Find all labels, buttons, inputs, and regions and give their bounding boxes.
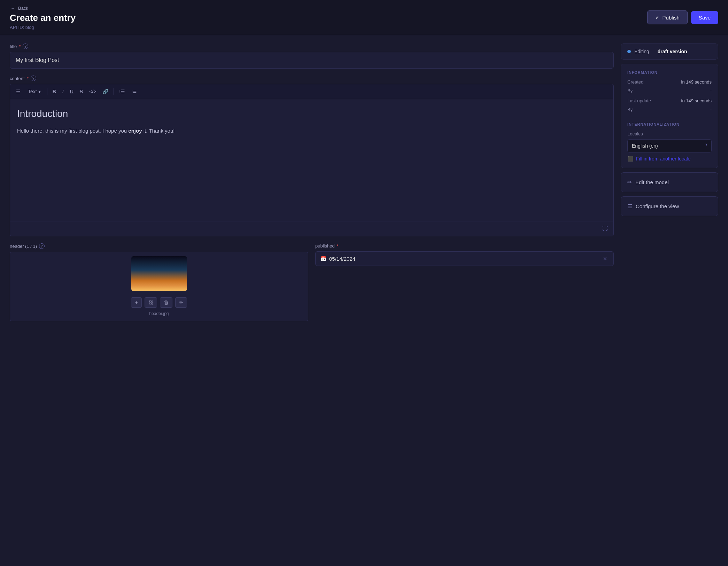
underline-button[interactable]: U	[68, 87, 76, 96]
last-update-row: Last update in 149 seconds	[627, 98, 712, 103]
save-button[interactable]: Save	[691, 11, 718, 24]
image-placeholder	[131, 256, 187, 291]
last-update-label: Last update	[627, 98, 651, 103]
title-label: title * ?	[10, 44, 614, 49]
published-required: *	[337, 243, 339, 249]
edit-model-icon: ✏	[627, 179, 632, 186]
fullscreen-button[interactable]: ⛶	[600, 224, 610, 233]
draft-prefix: Editing	[634, 49, 649, 54]
image-actions: + ⛓ 🗑 ✏	[10, 295, 308, 310]
page-title: Create an entry	[10, 13, 76, 23]
edit-model-button[interactable]: ✏ Edit the model	[621, 172, 718, 192]
created-label: Created	[627, 79, 643, 85]
image-link-button[interactable]: ⛓	[145, 297, 157, 308]
info-section-title: INFORMATION	[627, 70, 712, 74]
italic-button[interactable]: I	[60, 87, 66, 96]
title-required: *	[19, 44, 21, 49]
publish-check-icon: ✓	[655, 14, 660, 21]
form-area: title * ? content * ? ☰ Text ▾	[10, 44, 614, 321]
header-field-group: header (1 / 1) ? + ⛓ 🗑 ✏ hea	[10, 243, 308, 321]
header-help-icon[interactable]: ?	[39, 243, 45, 249]
api-id: API ID: blog	[10, 25, 76, 30]
bottom-fields: header (1 / 1) ? + ⛓ 🗑 ✏ hea	[10, 243, 614, 321]
editor-para-start: Hello there, this is my first blog post.…	[17, 128, 127, 134]
link-button[interactable]: 🔗	[100, 87, 111, 96]
numbered-list-button[interactable]: ⁞≣	[129, 87, 139, 96]
publish-button[interactable]: ✓ Publish	[647, 10, 688, 24]
draft-badge: Editing draft version	[621, 44, 718, 60]
back-label: Back	[18, 6, 28, 11]
content-label: content * ?	[10, 76, 614, 81]
created-row: Created in 149 seconds	[627, 79, 712, 85]
draft-dot	[627, 50, 631, 53]
fill-locale-label: Fill in from another locale	[636, 156, 690, 162]
created-by-label: By	[627, 88, 633, 93]
header-label-text: header (1 / 1)	[10, 244, 37, 249]
back-link[interactable]: ← Back	[10, 5, 76, 11]
strikethrough-button[interactable]: S	[77, 87, 85, 96]
align-button[interactable]: ☰	[14, 87, 23, 96]
created-by-value: -	[710, 88, 712, 93]
rich-editor: ☰ Text ▾ B I U S </> 🔗 ⁞☰ ⁞≣	[10, 84, 614, 236]
editor-heading: Introduction	[17, 106, 606, 122]
locales-label: Locales	[627, 131, 712, 136]
published-label-text: published	[315, 243, 335, 249]
toolbar-sep-1	[47, 88, 47, 95]
image-preview	[10, 252, 308, 295]
last-update-by-value: -	[710, 107, 712, 112]
top-bar-right: ✓ Publish Save	[647, 10, 718, 24]
published-date-input[interactable]	[329, 256, 599, 262]
info-panel: INFORMATION Created in 149 seconds By - …	[621, 64, 718, 168]
editor-bold-word: enjoy	[128, 128, 142, 134]
back-arrow-icon: ←	[10, 5, 16, 11]
text-type-arrow-icon: ▾	[38, 89, 41, 94]
toolbar-sep-2	[114, 88, 114, 95]
title-field-group: title * ?	[10, 44, 614, 69]
created-value: in 149 seconds	[681, 79, 712, 85]
text-type-label: Text	[28, 89, 37, 94]
title-help-icon[interactable]: ?	[23, 44, 28, 49]
draft-version-text: draft version	[658, 49, 687, 54]
editor-content[interactable]: Introduction Hello there, this is my fir…	[10, 99, 613, 221]
published-label: published *	[315, 243, 614, 249]
date-input-wrapper: 📅 ✕	[315, 251, 614, 266]
image-delete-button[interactable]: 🗑	[160, 297, 172, 308]
locale-select[interactable]: English (en) French (fr) Spanish (es)	[627, 139, 712, 152]
editor-footer: ⛶	[10, 221, 613, 236]
content-label-text: content	[10, 76, 25, 81]
sidebar: Editing draft version INFORMATION Create…	[621, 44, 718, 216]
calendar-icon: 📅	[320, 256, 326, 261]
header-label: header (1 / 1) ?	[10, 243, 308, 249]
image-add-button[interactable]: +	[131, 297, 141, 308]
created-by-row: By -	[627, 88, 712, 93]
top-bar-left: ← Back Create an entry API ID: blog	[10, 5, 76, 30]
bold-button[interactable]: B	[50, 87, 59, 96]
date-clear-button[interactable]: ✕	[602, 255, 609, 262]
editor-para-end: it. Thank you!	[144, 128, 175, 134]
published-field-group: published * 📅 ✕	[315, 243, 614, 321]
image-upload-area: + ⛓ 🗑 ✏ header.jpg	[10, 252, 308, 321]
title-label-text: title	[10, 44, 17, 49]
configure-view-button[interactable]: ☰ Configure the view	[621, 196, 718, 216]
locale-select-wrapper: English (en) French (fr) Spanish (es) ▾	[627, 136, 712, 152]
configure-view-icon: ☰	[627, 203, 632, 210]
editor-toolbar: ☰ Text ▾ B I U S </> 🔗 ⁞☰ ⁞≣	[10, 84, 613, 99]
text-type-button[interactable]: Text ▾	[24, 87, 44, 96]
code-button[interactable]: </>	[87, 87, 99, 96]
bullet-list-button[interactable]: ⁞☰	[117, 87, 127, 96]
top-bar: ← Back Create an entry API ID: blog ✓ Pu…	[0, 0, 728, 35]
fill-locale-button[interactable]: ⬛ Fill in from another locale	[627, 152, 712, 162]
content-help-icon[interactable]: ?	[31, 76, 36, 81]
image-filename: header.jpg	[10, 310, 308, 317]
content-required: *	[27, 76, 29, 81]
image-edit-button[interactable]: ✏	[175, 297, 187, 308]
last-update-by-row: By -	[627, 107, 712, 112]
main-content: title * ? content * ? ☰ Text ▾	[0, 35, 728, 330]
publish-label: Publish	[663, 15, 680, 21]
intl-section-title: INTERNATIONALIZATION	[627, 122, 712, 126]
last-update-by-label: By	[627, 107, 633, 112]
editor-paragraph: Hello there, this is my first blog post.…	[17, 127, 606, 135]
configure-view-label: Configure the view	[636, 203, 679, 209]
fill-locale-icon: ⬛	[627, 156, 633, 162]
title-input[interactable]	[10, 52, 614, 69]
